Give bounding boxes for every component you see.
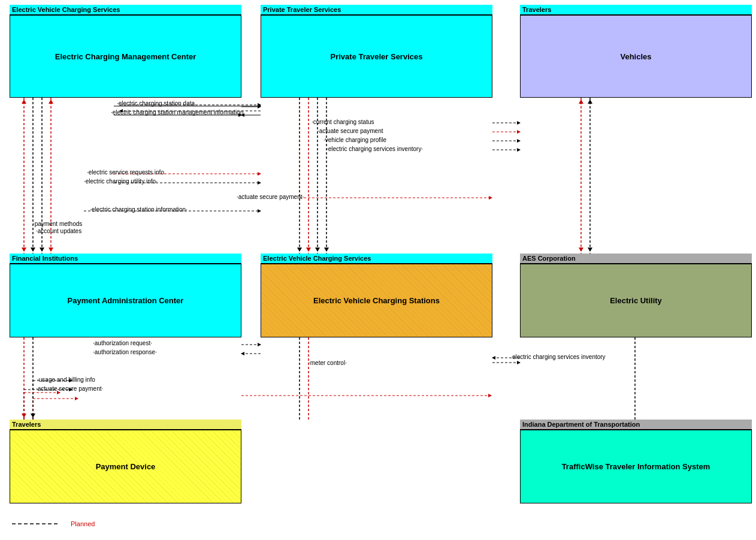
node-indot-body: TrafficWise Traveler Information System (520, 430, 752, 503)
label-ev-inventory1: ·electric charging services inventory· (326, 146, 423, 152)
svg-marker-44 (40, 248, 44, 252)
node-pts-title: Private Traveler Services (261, 5, 492, 15)
node-vehicles-body: Vehicles (520, 15, 752, 98)
svg-marker-49 (306, 248, 311, 252)
legend-line-svg (12, 520, 66, 528)
node-pd-body: Payment Device (10, 430, 241, 503)
node-vehicles-title: Travelers (520, 5, 752, 15)
legend-planned-label: Planned (71, 520, 95, 527)
svg-marker-46 (22, 414, 26, 418)
node-evcs-title: Electric Vehicle Charging Services (261, 254, 492, 264)
svg-marker-47 (31, 414, 35, 418)
label-ev-inventory2: electric charging services inventory (512, 354, 606, 360)
node-evcs-body: Electric Vehicle Charging Stations (261, 264, 492, 337)
svg-marker-51 (324, 248, 329, 252)
node-ecmc: Electric Vehicle Charging Services Elect… (10, 5, 241, 98)
node-ecmc-body: Electric Charging Management Center (10, 15, 241, 98)
label-station-mgmt: ·electric charging station management in… (111, 109, 243, 116)
legend: Planned (12, 520, 95, 528)
node-fpac-body: Payment Administration Center (10, 264, 241, 337)
node-indot: Indiana Department of Transportation Tra… (520, 420, 752, 503)
label-actuate-pay2: ·actuate secure payment· (237, 194, 304, 200)
svg-marker-52 (579, 248, 583, 252)
label-payment-methods: ·payment methods (33, 221, 82, 227)
node-fpac-title: Financial Institutions (10, 254, 241, 264)
node-pd: Travelers Payment Device (10, 420, 241, 503)
svg-marker-43 (31, 248, 35, 252)
label-utility-info: ·electric charging utility info· (84, 178, 158, 185)
svg-marker-56 (579, 99, 583, 104)
label-usage-billing: ·usage and billing info (37, 376, 95, 383)
node-aes-title: AES Corporation (520, 254, 752, 264)
label-auth-response: ·authorization response· (93, 349, 157, 355)
svg-marker-57 (588, 99, 592, 104)
node-aes: AES Corporation Electric Utility (520, 254, 752, 337)
svg-marker-53 (588, 248, 592, 252)
label-vehicle-profile: ·vehicle charging profile (323, 137, 386, 143)
node-indot-title: Indiana Department of Transportation (520, 420, 752, 430)
label-current-charging: ·current charging status (312, 119, 374, 125)
svg-marker-45 (49, 248, 53, 252)
node-ecmc-title: Electric Vehicle Charging Services (10, 5, 241, 15)
svg-marker-54 (22, 99, 26, 104)
label-service-requests: ·electric service requests info (87, 169, 164, 176)
node-fpac: Financial Institutions Payment Administr… (10, 254, 241, 337)
svg-marker-50 (315, 248, 320, 252)
label-actuate-pay3: ·actuate secure payment· (36, 385, 103, 392)
svg-marker-42 (22, 248, 26, 252)
node-aes-body: Electric Utility (520, 264, 752, 337)
node-evcs: Electric Vehicle Charging Services Elect… (261, 254, 492, 337)
label-station-data: ·electric charging station data (117, 100, 195, 107)
node-pts: Private Traveler Services Private Travel… (261, 5, 492, 98)
svg-marker-48 (297, 248, 302, 252)
label-auth-request: ·authorization request· (93, 340, 152, 346)
label-account-updates: ·account updates (36, 228, 81, 234)
diagram-container: Electric Vehicle Charging Services Elect… (0, 0, 756, 540)
node-vehicles: Travelers Vehicles (520, 5, 752, 98)
node-pd-title: Travelers (10, 420, 241, 430)
svg-marker-55 (49, 99, 53, 104)
label-station-info: ·electric charging station information· (90, 206, 188, 213)
node-pts-body: Private Traveler Services (261, 15, 492, 98)
label-actuate-pay1: ·actuate secure payment (317, 128, 383, 134)
label-meter-control: ·meter control· (309, 360, 347, 366)
